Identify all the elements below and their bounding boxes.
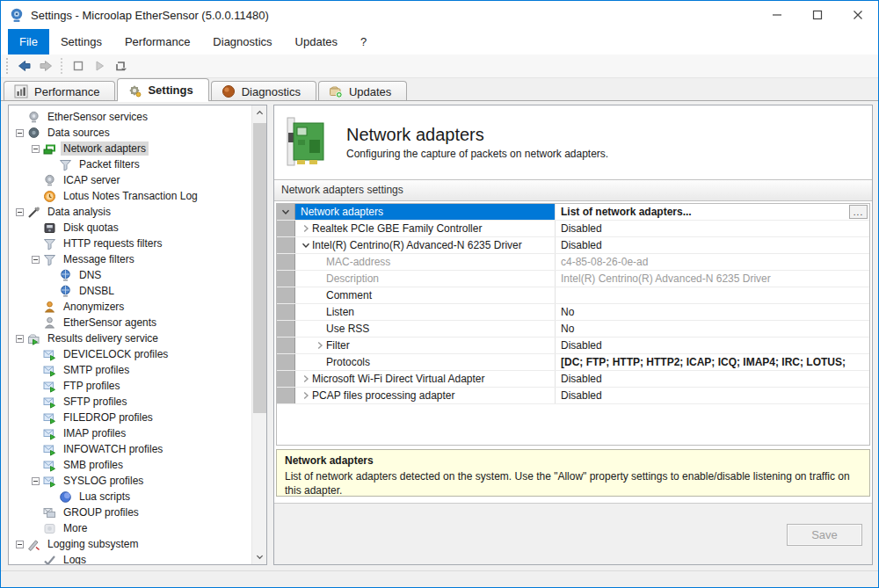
tree-item-data-analysis[interactable]: Data analysis: [9, 204, 251, 220]
row-expand-icon[interactable]: [299, 224, 312, 233]
tab-performance[interactable]: Performance: [4, 81, 115, 101]
grid-row-realtek-pcie-gbe-family-controller[interactable]: Realtek PCIe GBE Family ControllerDisabl…: [277, 221, 869, 237]
tree-item-label: SYSLOG profiles: [61, 474, 146, 488]
tab-diagnostics[interactable]: Diagnostics: [211, 81, 316, 101]
menu-help[interactable]: ?: [349, 29, 378, 54]
property-value[interactable]: Disabled: [556, 371, 869, 387]
close-button[interactable]: [838, 1, 878, 29]
tree-item-results-delivery-service[interactable]: Results delivery service: [9, 330, 251, 346]
tree-item-devicelock-profiles[interactable]: DEVICELOCK profiles: [9, 346, 251, 362]
menu-file[interactable]: File: [8, 29, 49, 54]
property-value[interactable]: List of network adapters......: [556, 204, 869, 220]
property-value[interactable]: [556, 287, 869, 303]
property-value[interactable]: [DC; FTP; HTTP; HTTP2; ICAP; ICQ; IMAP4;…: [556, 354, 869, 370]
property-value[interactable]: c4-85-08-26-0e-ad: [556, 254, 869, 270]
property-name-text: PCAP files processing adapter: [312, 389, 455, 402]
row-collapse-icon[interactable]: [299, 241, 312, 250]
tree-item-filedrop-profiles[interactable]: FILEDROP profiles: [9, 410, 251, 425]
tree-item-logging-subsystem[interactable]: Logging subsystem: [9, 536, 251, 552]
grid-row-mac-address[interactable]: MAC-addressc4-85-08-26-0e-ad: [277, 254, 869, 271]
grid-row-listen[interactable]: ListenNo: [277, 304, 869, 321]
page-subtitle: Configuring the capture of packets on ne…: [346, 148, 608, 160]
ellipsis-button[interactable]: ...: [849, 205, 868, 219]
tree-scrollbar[interactable]: [251, 105, 266, 564]
tree-item-packet-filters[interactable]: Packet filters: [9, 156, 251, 172]
refresh-button[interactable]: [110, 56, 130, 76]
collapse-icon[interactable]: [16, 541, 24, 548]
tree-item-label: Logs: [61, 553, 89, 565]
stop-button[interactable]: [68, 56, 88, 76]
tree-item-ethersensor-services[interactable]: EtherSensor services: [9, 109, 251, 125]
tree-item-icap-server[interactable]: ICAP server: [9, 172, 251, 188]
tree-item-smb-profiles[interactable]: SMB profiles: [9, 457, 251, 473]
gear-icon: [127, 83, 142, 98]
tree-item-sftp-profiles[interactable]: SFTP profiles: [9, 394, 251, 410]
scroll-up-icon[interactable]: [252, 105, 267, 120]
tab-updates[interactable]: Updates: [318, 81, 407, 101]
grid-row-pcap-files-processing-adapter[interactable]: PCAP files processing adapterDisabled: [277, 388, 869, 404]
collapse-icon[interactable]: [16, 335, 24, 343]
envelope-arrow-icon: [43, 380, 56, 393]
grid-row-intel-r-centrino-r-advanced-n-6235-driver[interactable]: Intel(R) Centrino(R) Advanced-N 6235 Dri…: [277, 237, 869, 254]
grid-row-protocols[interactable]: Protocols[DC; FTP; HTTP; HTTP2; ICAP; IC…: [277, 354, 869, 371]
row-expand-icon[interactable]: [299, 391, 312, 400]
grid-row-microsoft-wi-fi-direct-virtual-adapter[interactable]: Microsoft Wi-Fi Direct Virtual AdapterDi…: [277, 371, 869, 388]
menu-diagnostics[interactable]: Diagnostics: [201, 29, 283, 54]
back-button[interactable]: [14, 56, 34, 76]
menu-settings[interactable]: Settings: [49, 29, 113, 54]
tree-item-anonymizers[interactable]: Anonymizers: [9, 299, 251, 315]
property-value[interactable]: Disabled: [556, 221, 869, 236]
maximize-button[interactable]: [797, 1, 838, 29]
property-value[interactable]: Intel(R) Centrino(R) Advanced-N 6235 Dri…: [556, 271, 869, 287]
minimize-button[interactable]: [757, 1, 797, 29]
grid-row-description[interactable]: DescriptionIntel(R) Centrino(R) Advanced…: [277, 271, 869, 287]
tree-item-lotus-notes-transaction-log[interactable]: Lotus Notes Transaction Log: [9, 188, 251, 204]
tree-item-smtp-profiles[interactable]: SMTP profiles: [9, 362, 251, 378]
property-value[interactable]: No: [556, 321, 869, 337]
tree-item-data-sources[interactable]: Data sources: [9, 125, 251, 141]
tree-item-network-adapters[interactable]: Network adapters: [9, 141, 251, 156]
toolbar: [1, 54, 878, 78]
menu-updates[interactable]: Updates: [284, 29, 349, 54]
scrollbar-thumb[interactable]: [253, 123, 266, 413]
envelope-arrow-icon: [43, 459, 56, 472]
tree-item-ethersensor-agents[interactable]: EtherSensor agents: [9, 315, 251, 330]
tree-item-label: Message filters: [61, 252, 137, 266]
tree-item-imap-profiles[interactable]: IMAP profiles: [9, 425, 251, 441]
grid-row-comment[interactable]: Comment: [277, 287, 869, 304]
tree-item-logs[interactable]: Logs: [9, 552, 251, 565]
info-panel: Network adapters List of network adapter…: [276, 449, 870, 497]
property-value[interactable]: No: [556, 304, 869, 320]
collapse-icon[interactable]: [32, 256, 40, 264]
grid-row-network-adapters[interactable]: Network adaptersList of network adapters…: [277, 204, 869, 221]
tree-item-group-profiles[interactable]: GROUP profiles: [9, 505, 251, 520]
property-value[interactable]: Disabled: [556, 388, 869, 403]
collapse-icon[interactable]: [32, 477, 40, 485]
property-value[interactable]: Disabled: [556, 237, 869, 253]
tree-item-lua-scripts[interactable]: Lua scripts: [9, 489, 251, 505]
scroll-down-icon[interactable]: [252, 549, 267, 564]
tree-item-message-filters[interactable]: Message filters: [9, 251, 251, 267]
grid-row-filter[interactable]: FilterDisabled: [277, 338, 869, 354]
save-button[interactable]: Save: [787, 524, 862, 546]
collapse-icon[interactable]: [16, 129, 24, 137]
row-expand-icon[interactable]: [299, 374, 312, 383]
tree-item-label: DEVICELOCK profiles: [61, 347, 171, 361]
tree-item-dnsbl[interactable]: DNSBL: [9, 283, 251, 299]
property-value[interactable]: Disabled: [556, 338, 869, 353]
row-expand-icon[interactable]: [313, 341, 326, 350]
row-collapse-icon[interactable]: [277, 204, 295, 220]
tree-item-infowatch-profiles[interactable]: INFOWATCH profiles: [9, 441, 251, 457]
tree-item-more[interactable]: More: [9, 520, 251, 536]
collapse-icon[interactable]: [16, 208, 24, 216]
collapse-icon[interactable]: [32, 145, 40, 153]
tree-item-ftp-profiles[interactable]: FTP profiles: [9, 378, 251, 394]
tree-item-label: Lotus Notes Transaction Log: [61, 189, 200, 203]
tree-item-dns[interactable]: DNS: [9, 267, 251, 283]
tree-item-disk-quotas[interactable]: Disk quotas: [9, 220, 251, 236]
menu-performance[interactable]: Performance: [113, 29, 201, 54]
grid-row-use-rss[interactable]: Use RSSNo: [277, 321, 869, 338]
tree-item-http-requests-filters[interactable]: HTTP requests filters: [9, 236, 251, 251]
tree-item-syslog-profiles[interactable]: SYSLOG profiles: [9, 473, 251, 489]
tab-settings[interactable]: Settings: [117, 78, 208, 101]
